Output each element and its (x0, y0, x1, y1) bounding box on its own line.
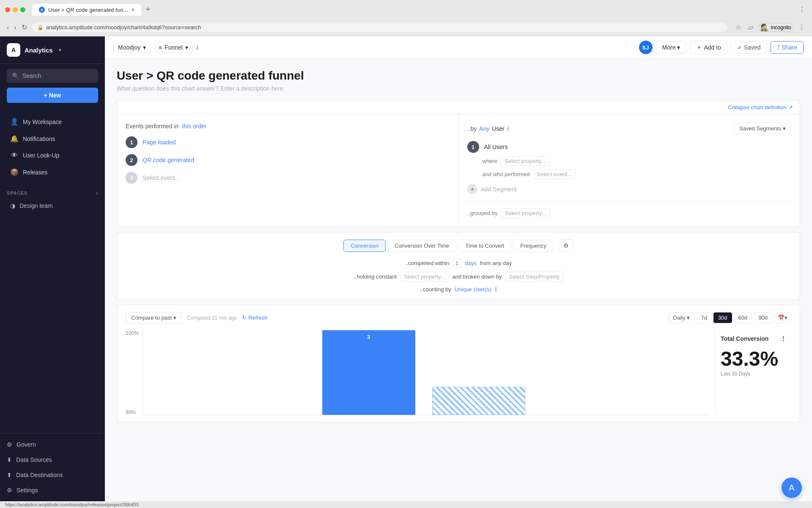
sidebar-item-my-workspace[interactable]: 👤 My Workspace (3, 113, 102, 130)
refresh-button[interactable]: ↻ Refresh (242, 315, 268, 321)
add-segment-icon[interactable]: ＋ (467, 184, 477, 194)
tab-title: User > QR code generated fun... (48, 7, 128, 13)
bookmark-icon[interactable]: ☆ (734, 22, 743, 33)
add-segment-row: ＋ Add Segment (467, 184, 792, 194)
select-property-button-1[interactable]: Select property... (501, 156, 549, 166)
collapse-icon: ↗ (788, 104, 793, 110)
segment-num-1: 1 (467, 141, 479, 153)
period-30d-button[interactable]: 30d (713, 312, 732, 323)
address-bar[interactable]: 🔒 analytics.amplitude.com/moodjoy/chart/… (32, 22, 727, 32)
period-90d-button[interactable]: 90d (754, 312, 772, 323)
sidebar-item-label-design-team: Design team (19, 202, 53, 209)
sidebar-bottom: ⚙ Govern ⬇ Data Sources ⬆ Data Destinati… (0, 433, 105, 501)
sidebar-item-data-destinations[interactable]: ⬆ Data Destinations (0, 467, 105, 483)
sidebar: A Analytics ▾ 🔍 Search + New 👤 My Worksp… (0, 36, 105, 501)
period-60d-button[interactable]: 60d (734, 312, 752, 323)
browser-tab-active[interactable]: A User > QR code generated fun... × (32, 4, 141, 16)
add-segment-label[interactable]: Add Segment (481, 186, 517, 193)
analysis-settings-button[interactable]: ⚙ (559, 239, 573, 252)
grouped-by-row: ..grouped by Select property... (467, 201, 792, 218)
chart-type-selector[interactable]: ≡ Funnel ▾ (154, 42, 193, 53)
any-selector[interactable]: Any (479, 125, 489, 132)
my-workspace-icon: 👤 (10, 118, 19, 126)
collapse-chart-definition-button[interactable]: Collapse chart definition ↗ (728, 104, 793, 110)
tab-frequency[interactable]: Frequency (513, 240, 553, 252)
chart-info-icon[interactable]: ℹ (196, 44, 198, 51)
sidebar-item-design-team[interactable]: ◑ Design team (3, 199, 102, 213)
event-name-2[interactable]: QR code generated (143, 157, 194, 163)
sidebar-item-releases[interactable]: 📦 Releases (3, 164, 102, 180)
tab-close-icon[interactable]: × (131, 6, 134, 13)
total-conversion-label: Total Conversion (721, 335, 768, 342)
sidebar-item-data-sources[interactable]: ⬇ Data Sources (0, 452, 105, 467)
sidebar-item-label-notifications: Notifications (23, 135, 55, 142)
holding-constant-row: ..holding constant Select property... an… (354, 272, 563, 282)
traffic-light-close[interactable] (5, 7, 10, 12)
back-button[interactable]: ‹ (5, 22, 11, 33)
sidebar-item-user-lookup[interactable]: 👁 User Look-Up (3, 147, 102, 163)
search-box[interactable]: 🔍 Search (7, 69, 98, 83)
segment-header: ..by Any User ℹ Saved Segments ▾ (467, 123, 792, 134)
sidebar-item-notifications[interactable]: 🔔 Notifications (3, 130, 102, 147)
total-conversion-more-icon[interactable]: ⋮ (780, 335, 786, 342)
sidebar-item-label-data-sources: Data Sources (16, 456, 52, 463)
project-selector[interactable]: Moodjoy ▾ (113, 42, 151, 53)
sidebar-item-settings[interactable]: ⚙ Settings (0, 483, 105, 498)
sidebar-item-label-user-lookup: User Look-Up (23, 152, 59, 159)
app-title-chevron-icon[interactable]: ▾ (59, 47, 61, 53)
saved-button[interactable]: ✓ Saved (731, 41, 767, 54)
completed-within-value[interactable]: 1 (453, 259, 461, 268)
select-event-button[interactable]: Select event... (533, 169, 576, 179)
more-button[interactable]: More ▾ (656, 41, 687, 54)
y-label-80: 80% (126, 409, 139, 415)
incognito-badge[interactable]: 🕵 Incognito (758, 23, 793, 32)
spaces-expand-icon[interactable]: › (96, 189, 98, 197)
traffic-light-minimize[interactable] (13, 7, 18, 12)
counting-by-value[interactable]: Unique User(s) (455, 286, 491, 293)
event-num-1: 1 (126, 136, 137, 148)
add-to-label: Add to (704, 44, 721, 51)
period-7d-button[interactable]: 7d (696, 312, 711, 323)
amplitude-fab[interactable]: A (782, 478, 802, 498)
counting-info-icon[interactable]: ℹ (495, 286, 497, 293)
event-name-3[interactable]: Select event... (143, 174, 180, 181)
search-placeholder: Search (22, 72, 41, 79)
collapse-bar: Collapse chart definition ↗ (117, 101, 800, 114)
tab-conversion[interactable]: Conversion (343, 240, 386, 252)
chart-description[interactable]: What question does this chart answer? En… (117, 85, 800, 92)
select-group-property-button[interactable]: Select property... (501, 208, 550, 218)
share-button[interactable]: ⤴ Share (771, 41, 804, 54)
sidebar-item-label-releases: Releases (23, 169, 47, 176)
chart-section: Compare to past ▾ Computed 31 min ago ↻ … (117, 305, 800, 422)
chart-controls: Compare to past ▾ Computed 31 min ago ↻ … (126, 312, 791, 323)
notifications-icon: 🔔 (10, 135, 19, 143)
tab-time-to-convert[interactable]: Time to Convert (458, 240, 511, 252)
holding-constant-label: ..holding constant (354, 273, 397, 280)
saved-label: Saved (744, 44, 761, 51)
new-button[interactable]: + New (7, 88, 98, 103)
sidebar-item-govern[interactable]: ⚙ Govern (0, 437, 105, 452)
user-avatar: SJ (639, 41, 653, 54)
daily-button[interactable]: Daily ▾ (669, 312, 695, 323)
y-axis-labels: 100% 80% (126, 330, 143, 415)
new-tab-button[interactable]: + (142, 3, 154, 16)
completed-within-unit[interactable]: days (465, 260, 476, 266)
this-order-link[interactable]: this order (182, 123, 206, 130)
user-info-icon[interactable]: ℹ (507, 125, 509, 132)
reload-button[interactable]: ↻ (20, 22, 29, 33)
add-to-button[interactable]: ＋ Add to (690, 41, 727, 54)
bar-chart: 100% 80% 3 (126, 330, 708, 415)
traffic-light-maximize[interactable] (20, 7, 25, 12)
app-title: Analytics (25, 47, 53, 54)
tab-conversion-over-time[interactable]: Conversion Over Time (387, 240, 456, 252)
compare-to-past-button[interactable]: Compare to past ▾ (126, 312, 182, 323)
event-name-1[interactable]: Page loaded (143, 139, 176, 146)
broken-down-value[interactable]: Select Step/Property (505, 272, 563, 282)
forward-button[interactable]: › (12, 22, 18, 33)
calendar-button[interactable]: 📅▾ (774, 312, 791, 323)
holding-constant-value[interactable]: Select property... (400, 272, 449, 282)
browser-menu-icon[interactable]: ⋮ (797, 4, 807, 15)
saved-segments-button[interactable]: Saved Segments ▾ (734, 123, 791, 134)
browser-more-icon[interactable]: ⋮ (797, 22, 807, 33)
cast-icon[interactable]: ▱ (746, 22, 755, 33)
